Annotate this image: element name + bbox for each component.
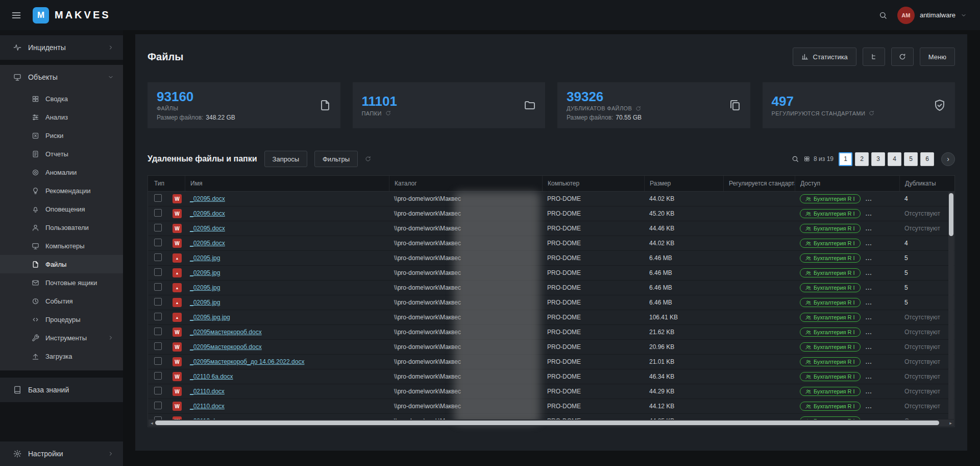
sidebar-item-events[interactable]: События	[0, 292, 123, 310]
file-name-link[interactable]: _02095.jpg	[190, 254, 220, 262]
sidebar-item-mailboxes[interactable]: Почтовые ящики	[0, 273, 123, 292]
sidebar-item-risks[interactable]: Риски	[0, 126, 123, 145]
table-row[interactable]: _02095.jpg \\pro-dome\work\Маквес PRO-DO…	[148, 281, 954, 295]
page-button[interactable]: 4	[888, 152, 901, 166]
column-header-computer[interactable]: Компьютер	[542, 176, 644, 191]
table-row[interactable]: _02095.docx \\pro-dome\work\Маквес PRO-D…	[148, 236, 954, 251]
filters-button[interactable]: Фильтры	[314, 151, 358, 167]
file-name-link[interactable]: _02095мастеркороб.docx	[190, 343, 262, 351]
table-row[interactable]: _02095мастеркороб.docx \\pro-dome\work\М…	[148, 325, 954, 340]
table-row[interactable]: _02110.docx \\pro-dome\work\Маквес PRO-D…	[148, 399, 954, 414]
column-header-duplicates[interactable]: Дубликаты	[899, 176, 954, 191]
row-checkbox[interactable]	[154, 194, 162, 202]
stat-card-files[interactable]: 93160 ФАЙЛЫ Размер файлов:348.22 GB	[148, 82, 340, 128]
access-pill[interactable]: Бухгалтерия R I	[800, 372, 861, 381]
row-checkbox[interactable]	[154, 268, 162, 276]
sidebar-item-upload[interactable]: Загрузка	[0, 347, 123, 365]
sidebar-item-alerts[interactable]: Оповещения	[0, 200, 123, 218]
vertical-scrollbar-thumb[interactable]	[949, 193, 953, 236]
page-button[interactable]: 1	[839, 152, 852, 166]
row-more-button[interactable]: ...	[866, 299, 872, 306]
row-more-button[interactable]: ...	[866, 373, 872, 380]
row-more-button[interactable]: ...	[866, 358, 872, 365]
row-more-button[interactable]: ...	[866, 240, 872, 247]
row-checkbox[interactable]	[154, 342, 162, 350]
file-name-link[interactable]: _02095.jpg	[190, 299, 220, 306]
row-more-button[interactable]: ...	[866, 254, 872, 262]
row-checkbox[interactable]	[154, 224, 162, 231]
sidebar-item-tools[interactable]: Инструменты	[0, 329, 123, 347]
sidebar-item-reports[interactable]: Отчеты	[0, 145, 123, 163]
sidebar-item-incidents[interactable]: Инциденты	[0, 35, 123, 60]
row-more-button[interactable]: ...	[866, 314, 872, 321]
table-row[interactable]: _02095мастеркороб.docx \\pro-dome\work\М…	[148, 340, 954, 355]
next-page-button[interactable]: ›	[941, 152, 955, 166]
row-checkbox[interactable]	[154, 209, 162, 217]
menu-button[interactable]: Меню	[920, 48, 955, 66]
page-button[interactable]: 6	[920, 152, 934, 166]
sidebar-item-recommendations[interactable]: Рекомендации	[0, 181, 123, 200]
sidebar-item-knowledge-base[interactable]: База знаний	[0, 378, 123, 402]
table-row[interactable]: _02110.docx \\pro-dome\work\Маквес PRO-D…	[148, 384, 954, 399]
table-row[interactable]: _02095.jpg.jpg \\pro-dome\work\Маквес PR…	[148, 310, 954, 325]
file-name-link[interactable]: _02110.docx	[190, 403, 225, 410]
table-row[interactable]: _02095.docx \\pro-dome\work\Маквес PRO-D…	[148, 221, 954, 236]
access-pill[interactable]: Бухгалтерия R I	[800, 224, 861, 233]
access-pill[interactable]: Бухгалтерия R I	[800, 357, 861, 366]
refresh-button[interactable]	[891, 48, 914, 66]
access-pill[interactable]: Бухгалтерия R I	[800, 283, 861, 292]
page-button[interactable]: 3	[871, 152, 885, 166]
access-pill[interactable]: Бухгалтерия R I	[800, 298, 861, 307]
column-header-type[interactable]: Тип	[148, 176, 185, 191]
sidebar-item-files[interactable]: Файлы	[0, 255, 123, 273]
tree-view-button[interactable]	[863, 48, 885, 66]
table-row[interactable]: _02095.jpg \\pro-dome\work\Маквес PRO-DO…	[148, 251, 954, 266]
row-more-button[interactable]: ...	[866, 210, 872, 217]
hamburger-menu-button[interactable]	[11, 10, 21, 20]
sidebar-item-summary[interactable]: Сводка	[0, 89, 123, 108]
file-name-link[interactable]: _02095.docx	[190, 240, 225, 247]
statistics-button[interactable]: Статистика	[793, 48, 856, 66]
row-more-button[interactable]: ...	[866, 329, 872, 336]
stat-card-duplicates[interactable]: 39326 ДУБЛИКАТОВ ФАЙЛОВ Размер файлов:70…	[557, 82, 750, 128]
file-name-link[interactable]: _02095мастеркороб.docx	[190, 329, 262, 336]
file-name-link[interactable]: _02095.docx	[190, 225, 225, 232]
access-pill[interactable]: Бухгалтерия R I	[800, 194, 861, 203]
file-name-link[interactable]: _02110.docx	[190, 388, 225, 395]
row-more-button[interactable]: ...	[866, 269, 872, 276]
horizontal-scrollbar-thumb[interactable]	[155, 421, 939, 425]
file-name-link[interactable]: _02095.docx	[190, 210, 225, 217]
row-more-button[interactable]: ...	[866, 388, 872, 395]
table-row[interactable]: _02095.jpg \\pro-dome\work\Маквес PRO-DO…	[148, 266, 954, 281]
access-pill[interactable]: Бухгалтерия R I	[800, 239, 861, 248]
page-button[interactable]: 2	[855, 152, 869, 166]
sidebar-item-anomalies[interactable]: Аномалии	[0, 163, 123, 181]
page-button[interactable]: 5	[904, 152, 918, 166]
row-checkbox[interactable]	[154, 402, 162, 409]
table-row[interactable]: _02095.docx \\pro-dome\work\Маквес PRO-D…	[148, 192, 954, 206]
row-more-button[interactable]: ...	[866, 343, 872, 351]
row-checkbox[interactable]	[154, 283, 162, 291]
file-name-link[interactable]: _02095.docx	[190, 195, 225, 202]
column-header-catalog[interactable]: Каталог	[389, 176, 542, 191]
access-pill[interactable]: Бухгалтерия R I	[800, 268, 861, 277]
user-menu[interactable]: AM antimalware	[897, 7, 967, 24]
file-name-link[interactable]: _02110 6а.docx	[190, 373, 233, 380]
access-pill[interactable]: Бухгалтерия R I	[800, 342, 861, 352]
row-checkbox[interactable]	[154, 239, 162, 246]
access-pill[interactable]: Бухгалтерия R I	[800, 328, 861, 337]
table-row[interactable]: _02095.jpg \\pro-dome\work\Маквес PRO-DO…	[148, 295, 954, 310]
row-checkbox[interactable]	[154, 298, 162, 306]
access-pill[interactable]: Бухгалтерия R I	[800, 387, 861, 396]
row-checkbox[interactable]	[154, 253, 162, 261]
sidebar-item-objects[interactable]: Объекты	[0, 65, 123, 89]
stat-card-standards[interactable]: 497 РЕГУЛИРУЮТСЯ СТАНДАРТАМИ	[763, 82, 955, 128]
access-pill[interactable]: Бухгалтерия R I	[800, 209, 861, 218]
table-search-button[interactable]	[792, 155, 799, 162]
table-row[interactable]: _02110 6а.docx \\pro-dome\work\Маквес PR…	[148, 369, 954, 384]
row-checkbox[interactable]	[154, 357, 162, 365]
file-name-link[interactable]: _02095.jpg	[190, 284, 220, 291]
scroll-right-arrow[interactable]: ▸	[947, 420, 954, 426]
row-checkbox[interactable]	[154, 313, 162, 320]
row-checkbox[interactable]	[154, 387, 162, 394]
